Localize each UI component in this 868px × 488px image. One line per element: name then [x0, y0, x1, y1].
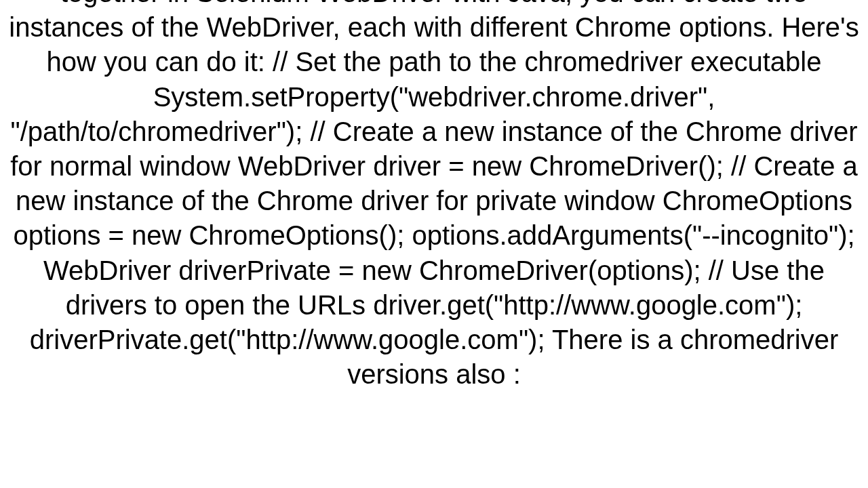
document-body: together in Selenium WebDriver with Java… [0, 0, 868, 392]
